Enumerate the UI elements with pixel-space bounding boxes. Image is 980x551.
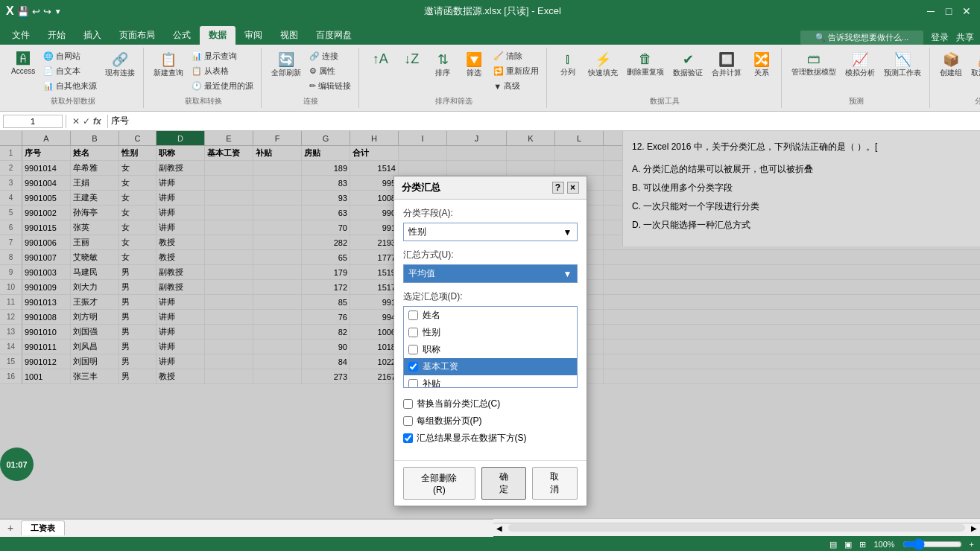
add-sheet-btn[interactable]: +: [3, 520, 18, 535]
listbox-item-gender[interactable]: 性别: [404, 324, 577, 341]
checkbox-title[interactable]: [408, 345, 418, 354]
listbox-item-allowance[interactable]: 补贴: [404, 375, 577, 388]
split-col-btn[interactable]: ⫿ 分列: [553, 49, 583, 80]
tab-view[interactable]: 视图: [271, 26, 307, 45]
checkbox-name[interactable]: [408, 310, 418, 320]
login-btn[interactable]: 登录: [931, 31, 949, 44]
tab-insert[interactable]: 插入: [75, 26, 110, 45]
minimize-btn[interactable]: ─: [923, 4, 938, 19]
undo-icon[interactable]: ↩: [32, 6, 40, 17]
tab-data[interactable]: 数据: [200, 26, 235, 45]
scroll-right-icon[interactable]: ▶: [968, 524, 980, 532]
cancel-formula-icon[interactable]: ✕: [72, 116, 80, 127]
summary-below-label: 汇总结果显示在数据下方(S): [417, 432, 527, 445]
filter-btn[interactable]: 🔽 筛选: [459, 49, 489, 80]
tab-review[interactable]: 审阅: [235, 26, 271, 45]
rel-icon: 🔀: [753, 51, 770, 68]
zoom-in-icon[interactable]: +: [970, 540, 974, 549]
close-btn[interactable]: ✕: [959, 4, 974, 19]
cancel-btn[interactable]: 取消: [532, 467, 577, 500]
website-icon: 🌐: [43, 51, 54, 61]
connections-icon: 🔗: [112, 51, 128, 68]
replace-checkbox[interactable]: [403, 399, 413, 409]
pagebreak-checkbox[interactable]: [403, 416, 413, 426]
edit-links-btn[interactable]: ✏ 编辑链接: [306, 79, 354, 93]
save-icon[interactable]: 💾: [17, 6, 29, 17]
scroll-bar-track[interactable]: [508, 524, 966, 532]
tab-baiduyun[interactable]: 百度网盘: [307, 26, 361, 45]
clock-badge: 01:07: [0, 448, 34, 481]
name-box[interactable]: [3, 115, 63, 128]
sort-btn[interactable]: ⇅ 排序: [428, 49, 458, 80]
tab-pagelayout[interactable]: 页面布局: [110, 26, 164, 45]
items-listbox[interactable]: 姓名 性别 职称 基本工资: [403, 306, 578, 388]
new-query-btn[interactable]: 📋 新建查询: [150, 49, 187, 80]
forecast-sheet-btn[interactable]: 📉 预测工作表: [880, 49, 925, 80]
search-box[interactable]: 🔍 告诉我您想要做什么...: [800, 31, 923, 45]
listbox-item-name[interactable]: 姓名: [404, 307, 577, 324]
view-layout-icon[interactable]: ▣: [844, 540, 852, 550]
confirm-formula-icon[interactable]: ✓: [83, 116, 90, 127]
reapply-btn[interactable]: 🔁 重新应用: [490, 64, 542, 78]
recent-sources-btn[interactable]: 🕐 最近使用的源: [189, 79, 256, 93]
customize-icon[interactable]: ▼: [54, 7, 62, 16]
existing-connections-btn[interactable]: 🔗 现有连接: [101, 49, 139, 80]
group-sf-content: ↑A ↓Z ⇅ 排序 🔽 筛选 🧹 清除 🔁: [365, 49, 542, 95]
scroll-left-icon[interactable]: ◀: [493, 524, 505, 532]
summary-below-checkbox[interactable]: [403, 433, 413, 443]
relationship-btn[interactable]: 🔀 关系: [747, 49, 777, 80]
connections-list-btn[interactable]: 🔗 连接: [306, 49, 354, 63]
asc-sort-btn[interactable]: ↑A: [365, 49, 395, 69]
access-btn[interactable]: 🅰 Access: [7, 49, 39, 77]
remove-dup-btn[interactable]: 🗑 删除重复项: [623, 49, 668, 80]
group-fc-content: 🗃 管理数据模型 📈 模拟分析 📉 预测工作表: [788, 49, 925, 95]
other-sources-btn[interactable]: 📊 自其他来源: [40, 79, 100, 93]
dup-label: 删除重复项: [627, 67, 664, 77]
share-btn[interactable]: 共享: [956, 31, 974, 44]
text-btn[interactable]: 📄 自文本: [40, 64, 100, 78]
tab-formula[interactable]: 公式: [164, 26, 200, 45]
view-break-icon[interactable]: ⊞: [859, 540, 866, 550]
checkbox-gender[interactable]: [408, 328, 418, 337]
refresh-all-btn[interactable]: 🔄 全部刷新: [268, 49, 305, 80]
dialog-close-btn[interactable]: ×: [567, 182, 579, 194]
website-btn[interactable]: 🌐 自网站: [40, 49, 100, 63]
model-label: 管理数据模型: [791, 67, 836, 77]
other-label: 自其他来源: [56, 80, 97, 92]
zoom-slider[interactable]: [902, 538, 962, 550]
listbox-item-salary[interactable]: 基本工资: [404, 358, 577, 375]
validate-btn[interactable]: ✔ 数据验证: [669, 49, 706, 80]
dialog-help-btn[interactable]: ?: [552, 182, 564, 194]
maximize-btn[interactable]: □: [941, 4, 956, 19]
advanced-btn[interactable]: ▼ 高级: [490, 79, 542, 93]
consolidate-btn[interactable]: 🔲 合并计算: [708, 49, 745, 80]
data-model-btn[interactable]: 🗃 管理数据模型: [788, 49, 840, 80]
new-query-icon: 📋: [160, 51, 177, 68]
horizontal-scrollbar[interactable]: ◀ ▶: [493, 523, 981, 533]
view-normal-icon[interactable]: ▤: [829, 540, 837, 550]
clear-btn[interactable]: 🧹 清除: [490, 49, 542, 63]
delete-all-btn[interactable]: 全部删除(R): [403, 467, 476, 500]
analysis-label: 模拟分析: [845, 68, 875, 78]
listbox-item-title[interactable]: 职称: [404, 341, 577, 358]
title-bar-controls: ─ □ ✕: [923, 4, 974, 19]
from-table-btn[interactable]: 📋 从表格: [189, 64, 256, 78]
properties-btn[interactable]: ⚙ 属性: [306, 64, 354, 78]
filter-label: 筛选: [467, 68, 481, 78]
tab-file[interactable]: 文件: [3, 26, 39, 45]
tab-home[interactable]: 开始: [39, 26, 75, 45]
field-select[interactable]: 性别 ▼: [403, 223, 578, 241]
ok-btn[interactable]: 确定: [481, 467, 526, 500]
flash-fill-btn[interactable]: ⚡ 快速填充: [584, 49, 622, 80]
method-select[interactable]: 平均值 ▼: [403, 264, 578, 283]
checkbox-allowance[interactable]: [408, 379, 418, 388]
analysis-btn[interactable]: 📈 模拟分析: [841, 49, 879, 80]
redo-icon[interactable]: ↪: [43, 6, 51, 17]
desc-sort-btn[interactable]: ↓Z: [396, 49, 426, 69]
checkbox-salary[interactable]: [408, 362, 418, 372]
group-btn[interactable]: 📦 创建组: [936, 49, 966, 80]
ungroup-btn[interactable]: 📤 取消组合: [967, 49, 980, 80]
sheet-tab-salary[interactable]: 工资表: [21, 520, 65, 535]
show-query-btn[interactable]: 📊 显示查询: [189, 49, 256, 63]
insert-function-icon[interactable]: fx: [93, 116, 101, 127]
